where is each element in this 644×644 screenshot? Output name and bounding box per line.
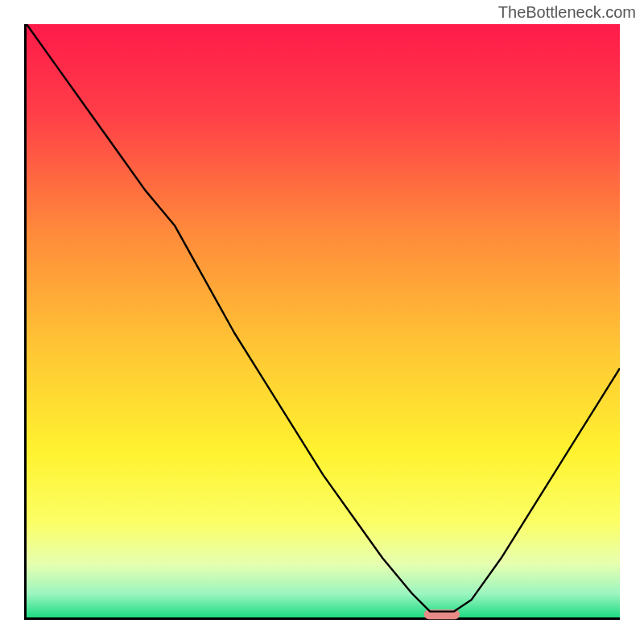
- chart-svg: [24, 24, 620, 620]
- watermark-text: TheBottleneck.com: [498, 3, 636, 22]
- gradient-background: [27, 24, 620, 617]
- chart-container: TheBottleneck.com: [0, 0, 644, 644]
- plot-area: [24, 24, 620, 620]
